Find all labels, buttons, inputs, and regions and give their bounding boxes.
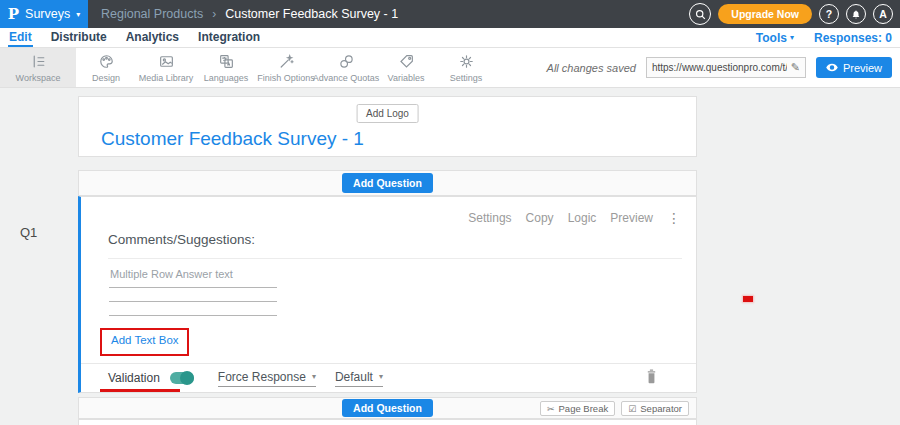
survey-url: https://www.questionpro.com/t/APNrfZ [652, 62, 787, 73]
bell-icon [851, 9, 861, 20]
question-logic-link[interactable]: Logic [568, 211, 597, 225]
tools-label: Tools [756, 31, 787, 45]
force-response-dropdown[interactable]: Force Response ▾ [218, 370, 316, 387]
delete-question-button[interactable] [645, 369, 658, 384]
top-bar: P Surveys ▾ Regional Products › Customer… [0, 0, 900, 28]
caret-down-icon: ▾ [379, 372, 383, 381]
add-question-button-top[interactable]: Add Question [342, 173, 433, 193]
tab-edit[interactable]: Edit [8, 28, 33, 47]
add-logo-button[interactable]: Add Logo [356, 104, 419, 123]
page-break-button[interactable]: ✂ Page Break [540, 401, 615, 416]
toolbar-right: All changes saved https://www.questionpr… [547, 48, 900, 87]
caret-down-icon: ▾ [790, 33, 794, 42]
topbar-actions: Upgrade Now ? A [689, 3, 900, 25]
page-break-label: Page Break [559, 403, 609, 414]
question-card: Settings Copy Logic Preview ⋮ Comments/S… [78, 196, 697, 393]
notifications-button[interactable] [846, 4, 866, 24]
tab-distribute[interactable]: Distribute [50, 28, 108, 47]
preview-label: Preview [843, 62, 882, 74]
question-text[interactable]: Comments/Suggestions: [108, 232, 255, 247]
breadcrumb: Regional Products › Customer Feedback Su… [101, 7, 398, 21]
tag-icon [398, 53, 415, 70]
links-icon [338, 53, 355, 70]
avatar-initial: A [879, 8, 887, 20]
wand-icon [278, 53, 295, 70]
checkbox-icon: ☑ [628, 404, 636, 414]
question-divider [108, 258, 682, 259]
toolbar-item-finish-options[interactable]: Finish Options [256, 48, 316, 87]
surveys-product-switcher[interactable]: P Surveys ▾ [0, 0, 88, 28]
breadcrumb-current: Customer Feedback Survey - 1 [225, 7, 398, 21]
search-button[interactable] [689, 3, 711, 25]
answer-row-line [109, 287, 277, 288]
survey-nav-right: Tools ▾ Responses: 0 [756, 28, 900, 47]
question-actions: Settings Copy Logic Preview ⋮ [468, 210, 681, 226]
question-footer: Validation Force Response ▾ Default ▾ [81, 363, 696, 392]
validation-toggle[interactable] [170, 372, 194, 384]
survey-nav: Edit Distribute Analytics Integration To… [0, 28, 900, 48]
palette-icon [98, 53, 115, 70]
toolbar-item-media-library[interactable]: Media Library [136, 48, 196, 87]
add-question-button-bottom[interactable]: Add Question [342, 399, 433, 417]
scissors-icon: ✂ [547, 404, 555, 414]
question-mark-icon: ? [826, 8, 832, 20]
save-status: All changes saved [547, 62, 636, 74]
toolbar-item-design[interactable]: Design [76, 48, 136, 87]
annotation-red-dash [743, 296, 753, 302]
translate-icon [218, 53, 235, 70]
question-number-label: Q1 [20, 225, 37, 240]
chevron-down-icon: ▾ [76, 10, 80, 19]
default-label: Default [335, 370, 373, 384]
editor-toolbar: Workspace Design Media Library Languages… [0, 48, 900, 88]
separator-label: Separator [640, 403, 682, 414]
gear-icon [458, 53, 475, 70]
question-settings-link[interactable]: Settings [468, 211, 511, 225]
force-response-label: Force Response [218, 370, 306, 384]
annotation-red-underline [100, 389, 180, 392]
tab-analytics[interactable]: Analytics [125, 28, 180, 47]
help-button[interactable]: ? [819, 4, 839, 24]
toolbar-item-languages[interactable]: Languages [196, 48, 256, 87]
tools-menu[interactable]: Tools ▾ [756, 31, 794, 45]
strip-bottom-actions: ✂ Page Break ☑ Separator [540, 401, 689, 416]
responses-count[interactable]: Responses: 0 [814, 31, 892, 45]
caret-down-icon: ▾ [312, 372, 316, 381]
survey-url-field[interactable]: https://www.questionpro.com/t/APNrfZ ✎ [646, 57, 806, 78]
tab-integration[interactable]: Integration [197, 28, 261, 47]
answer-placeholder[interactable]: Multiple Row Answer text [110, 268, 233, 280]
workspace-icon [30, 53, 47, 70]
add-question-strip-top: Add Question [78, 170, 697, 196]
toggle-knob [180, 371, 194, 385]
image-icon [158, 53, 175, 70]
toolbar-item-workspace[interactable]: Workspace [0, 48, 76, 87]
toolbar-item-settings[interactable]: Settings [436, 48, 496, 87]
breadcrumb-parent[interactable]: Regional Products [101, 7, 203, 21]
answer-row-line [109, 315, 277, 316]
trash-icon [645, 369, 658, 384]
answer-row-line [109, 301, 277, 302]
preview-button[interactable]: Preview [816, 57, 892, 78]
next-block-card [78, 419, 697, 425]
add-question-strip-bottom: Add Question ✂ Page Break ☑ Separator [78, 397, 697, 419]
edit-url-icon[interactable]: ✎ [791, 61, 800, 74]
kebab-menu-icon[interactable]: ⋮ [667, 210, 681, 226]
validation-label: Validation [108, 371, 160, 385]
survey-nav-tabs: Edit Distribute Analytics Integration [0, 28, 261, 47]
questionpro-logo: P [8, 5, 19, 23]
question-copy-link[interactable]: Copy [526, 211, 554, 225]
separator-button[interactable]: ☑ Separator [621, 401, 689, 416]
breadcrumb-chevron-icon: › [212, 7, 216, 21]
upgrade-now-button[interactable]: Upgrade Now [718, 4, 812, 24]
question-preview-link[interactable]: Preview [610, 211, 653, 225]
avatar[interactable]: A [873, 4, 893, 24]
add-text-box-link[interactable]: Add Text Box [111, 334, 179, 346]
survey-header-card: Add Logo Customer Feedback Survey - 1 [78, 96, 697, 157]
search-icon [695, 9, 706, 20]
product-name: Surveys [25, 7, 70, 21]
eye-icon [826, 63, 838, 72]
default-dropdown[interactable]: Default ▾ [335, 370, 383, 387]
toolbar-item-advance-quotas[interactable]: Advance Quotas [316, 48, 376, 87]
survey-title[interactable]: Customer Feedback Survey - 1 [101, 128, 364, 150]
toolbar-item-variables[interactable]: Variables [376, 48, 436, 87]
